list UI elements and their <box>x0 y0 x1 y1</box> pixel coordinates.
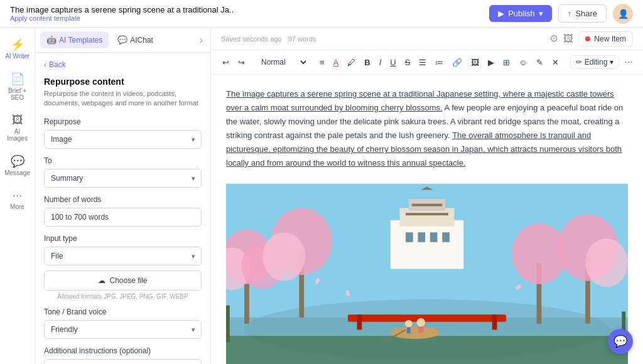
share-label: Share <box>575 9 597 18</box>
svg-point-26 <box>585 238 628 287</box>
publish-button[interactable]: ▶ Publish ▾ <box>489 5 552 22</box>
lightning-icon: ⚡ <box>11 38 24 51</box>
redo-button[interactable]: ↪ <box>234 55 249 70</box>
image-button[interactable]: 🖼 <box>467 55 483 70</box>
topbar-right: ▶ Publish ▾ ↑ Share 👤 <box>489 4 633 24</box>
editor-area: Saved seconds ago 97 words ⚙ 🖼 New Item … <box>211 28 643 364</box>
editing-label: Editing <box>585 58 608 67</box>
more-icon: ··· <box>13 189 22 202</box>
clear-format-button[interactable]: ✕ <box>548 55 563 70</box>
editor-toolbar: ↩ ↪ Normal Heading 1 Heading 2 ≡ A 🖊 B I… <box>211 50 643 75</box>
to-label: To <box>44 156 202 165</box>
topbar: The image captures a serene spring scene… <box>0 0 643 28</box>
settings-icon[interactable]: ⚙ <box>549 33 558 45</box>
ordered-list-button[interactable]: ≔ <box>431 55 447 70</box>
video-button[interactable]: ▶ <box>484 55 498 70</box>
repurpose-select-wrapper: Image Video Podcast Document <box>44 130 202 149</box>
editor-meta-bar: Saved seconds ago 97 words ⚙ 🖼 New Item <box>211 28 643 50</box>
sidebar-item-ai-writer[interactable]: ⚡ AI Writer <box>3 33 33 65</box>
image-icon: 🖼 <box>12 114 23 127</box>
publish-label: Publish <box>508 9 535 18</box>
repurpose-select[interactable]: Image Video Podcast Document <box>44 130 202 149</box>
apply-template-link[interactable]: Apply content template <box>10 14 234 22</box>
svg-rect-15 <box>357 314 362 329</box>
tone-select[interactable]: Friendly Professional Casual Formal <box>44 320 202 339</box>
svg-rect-8 <box>418 232 425 242</box>
back-label: Back <box>49 60 66 69</box>
svg-rect-13 <box>226 336 628 364</box>
chat-bubble-icon: 💬 <box>613 335 627 348</box>
chat-bubble-button[interactable]: 💬 <box>608 329 633 354</box>
back-button[interactable]: ‹ Back <box>44 60 202 69</box>
new-item-label: New Item <box>594 35 626 43</box>
svg-rect-1 <box>391 220 463 269</box>
document-title: The image captures a serene spring scene… <box>10 5 234 14</box>
share-button[interactable]: ↑ Share <box>558 4 607 23</box>
sidebar-item-brief-seo[interactable]: 📄 Brief + SEO <box>3 67 33 106</box>
italic-button[interactable]: I <box>376 55 386 70</box>
font-color-button[interactable]: A <box>330 55 343 70</box>
tab-ai-templates[interactable]: 🤖 AI Templates <box>40 31 109 48</box>
editing-icon: ✏ <box>576 58 582 67</box>
svg-rect-16 <box>492 314 497 329</box>
special-char-button[interactable]: ✎ <box>532 55 547 70</box>
sidebar-item-ai-images[interactable]: 🖼 AI Images <box>3 109 33 147</box>
to-select[interactable]: Summary Blog Post Social Post Email <box>44 169 202 188</box>
link-button[interactable]: 🔗 <box>448 55 466 70</box>
sidebar-tabs: 🤖 AI Templates 💬 AIChat › <box>35 28 210 53</box>
bold-button[interactable]: B <box>360 55 374 70</box>
upload-icon: ☁ <box>98 276 105 285</box>
tab-aichat-label: AIChat <box>130 36 153 45</box>
user-avatar[interactable]: 👤 <box>613 4 633 24</box>
tone-label: Tone / Brand voice <box>44 308 202 316</box>
editing-caret-icon: ▾ <box>610 58 613 67</box>
word-count-input[interactable] <box>44 208 202 227</box>
svg-rect-10 <box>442 232 450 242</box>
red-dot-indicator <box>585 36 590 41</box>
text-style-select[interactable]: Normal Heading 1 Heading 2 <box>256 56 308 68</box>
article-image <box>226 181 628 364</box>
nav-label-ai-images: AI Images <box>5 128 30 142</box>
svg-point-28 <box>512 223 566 284</box>
svg-rect-37 <box>418 326 423 333</box>
sidebar-content: ‹ Back Repurpose content Repurpose the c… <box>35 53 210 364</box>
sidebar-item-message[interactable]: 💬 Message <box>3 149 33 181</box>
choose-file-button[interactable]: ☁ Choose file <box>44 270 202 291</box>
image-meta-icon[interactable]: 🖼 <box>563 33 573 45</box>
svg-point-36 <box>417 318 426 327</box>
editing-badge: ✏ Editing ▾ <box>570 55 620 69</box>
input-type-select-wrapper: File URL Text <box>44 247 202 265</box>
sidebar-item-more[interactable]: ··· More <box>3 184 33 215</box>
aichat-icon: 💬 <box>117 35 127 45</box>
svg-rect-39 <box>226 305 230 341</box>
editor-meta-left: Saved seconds ago 97 words <box>221 35 316 43</box>
sidebar-panel: 🤖 AI Templates 💬 AIChat › ‹ Back Repurpo… <box>35 28 211 364</box>
topbar-left: The image captures a serene spring scene… <box>10 5 234 22</box>
tab-ai-templates-label: AI Templates <box>59 36 102 45</box>
editor-body[interactable]: The image captures a serene spring scene… <box>211 75 643 364</box>
toolbar-more-button[interactable]: ··· <box>620 54 636 70</box>
highlight-button[interactable]: 🖊 <box>343 55 359 70</box>
bullet-list-button[interactable]: ☰ <box>415 55 430 70</box>
undo-button[interactable]: ↩ <box>219 55 233 70</box>
strikethrough-button[interactable]: S <box>401 55 414 70</box>
emoji-button[interactable]: ☺ <box>515 55 531 70</box>
tab-aichat[interactable]: 💬 AIChat <box>111 31 159 48</box>
editor-meta-right: ⚙ 🖼 New Item <box>549 31 633 46</box>
choose-file-label: Choose file <box>109 276 147 285</box>
nav-label-ai-writer: AI Writer <box>5 53 30 60</box>
sidebar-collapse-button[interactable]: › <box>197 32 205 48</box>
icon-nav: ⚡ AI Writer 📄 Brief + SEO 🖼 AI Images 💬 … <box>0 28 35 364</box>
share-icon: ↑ <box>568 9 572 18</box>
message-icon: 💬 <box>11 154 24 168</box>
ai-templates-icon: 🤖 <box>46 35 57 45</box>
underline-button[interactable]: U <box>386 55 399 70</box>
nav-label-more: More <box>10 203 24 210</box>
back-arrow-icon: ‹ <box>44 60 46 69</box>
svg-point-23 <box>262 232 305 281</box>
additional-textarea[interactable] <box>44 359 202 364</box>
svg-rect-9 <box>430 232 438 242</box>
align-button[interactable]: ≡ <box>316 55 328 70</box>
table-button[interactable]: ⊞ <box>499 55 514 70</box>
input-type-select[interactable]: File URL Text <box>44 247 202 265</box>
